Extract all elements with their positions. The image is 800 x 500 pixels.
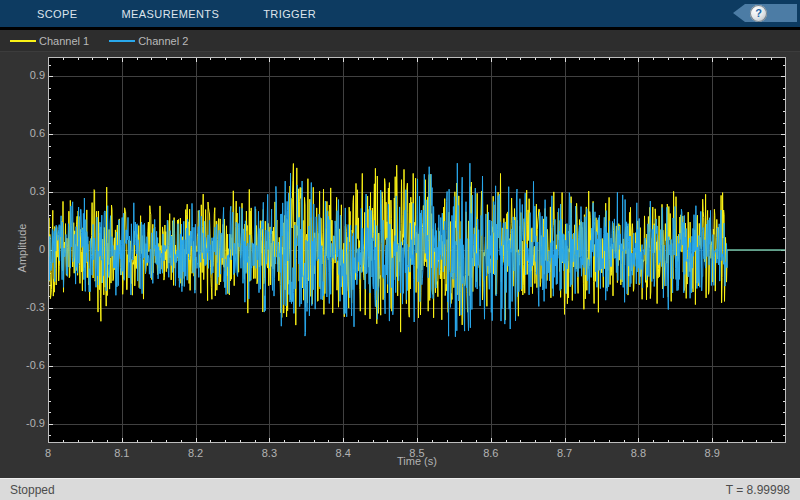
scope-window: SCOPE MEASUREMENTS TRIGGER ? Channel 1 C… — [0, 0, 800, 500]
toolstrip-tabs: SCOPE MEASUREMENTS TRIGGER — [0, 8, 316, 20]
y-tick-label: 0.6 — [0, 127, 45, 139]
question-mark-icon: ? — [750, 5, 767, 22]
legend: Channel 1 Channel 2 — [0, 30, 800, 52]
legend-label-channel-1: Channel 1 — [38, 35, 89, 47]
help-button[interactable]: ? — [733, 4, 797, 22]
tab-measurements[interactable]: MEASUREMENTS — [122, 8, 220, 20]
tab-scope[interactable]: SCOPE — [37, 8, 78, 20]
x-axis-title: Time (s) — [48, 455, 786, 467]
plot-axes-area[interactable] — [48, 57, 786, 443]
plot-panel: Channel 1 Channel 2 Amplitude -0.9-0.6-0… — [0, 30, 800, 478]
toolstrip: SCOPE MEASUREMENTS TRIGGER ? — [0, 0, 800, 27]
legend-item-channel-2[interactable]: Channel 2 — [109, 35, 188, 47]
y-tick-label: -0.3 — [0, 301, 45, 313]
y-tick-label: -0.9 — [0, 417, 45, 429]
channel-2-line-swatch — [109, 40, 135, 42]
y-tick-label: -0.6 — [0, 359, 45, 371]
channel-1-line-swatch — [10, 40, 36, 42]
y-tick-label: 0.9 — [0, 69, 45, 81]
y-tick-label: 0.3 — [0, 185, 45, 197]
legend-item-channel-1[interactable]: Channel 1 — [10, 35, 89, 47]
y-tick-label: 0 — [0, 243, 45, 255]
tab-trigger[interactable]: TRIGGER — [263, 8, 316, 20]
legend-label-channel-2: Channel 2 — [137, 35, 188, 47]
status-bar: Stopped T = 8.99998 — [0, 478, 800, 500]
status-text: Stopped — [10, 483, 55, 497]
waveform-plot[interactable] — [48, 57, 786, 443]
time-readout: T = 8.99998 — [726, 483, 790, 497]
